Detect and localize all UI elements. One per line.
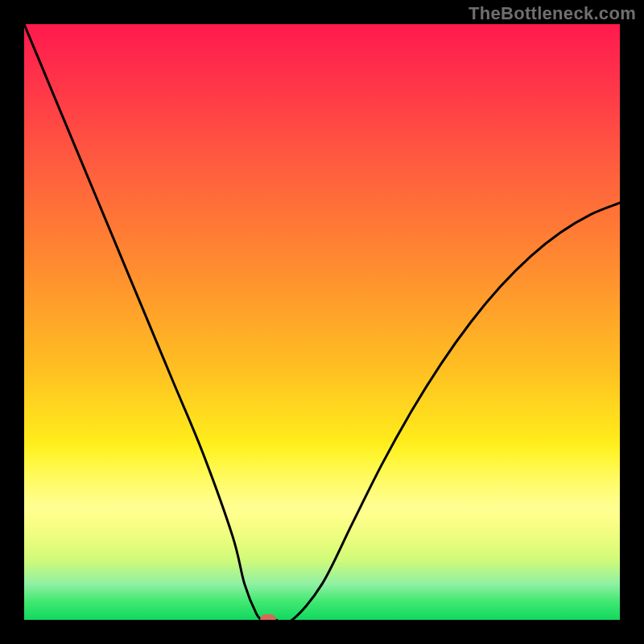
bottleneck-curve — [24, 24, 620, 620]
plot-area — [24, 24, 620, 620]
watermark-text: TheBottleneck.com — [469, 3, 636, 24]
chart-frame: TheBottleneck.com — [0, 0, 644, 644]
optimal-marker — [260, 614, 276, 620]
